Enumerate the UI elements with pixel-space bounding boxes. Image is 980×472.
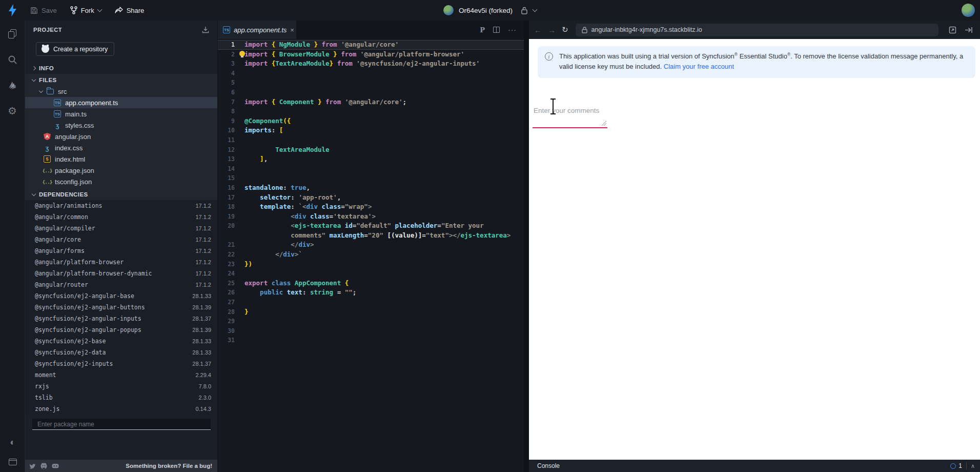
dependency-row[interactable]: @syncfusion/ej2-angular-popups28.1.39 (25, 324, 217, 336)
console-bar[interactable]: Console 1 ∧ (529, 460, 980, 472)
file-row[interactable]: src (25, 86, 217, 97)
dependency-row[interactable]: zone.js0.14.3 (25, 403, 217, 415)
dependency-row[interactable]: @angular/platform-browser17.1.2 (25, 257, 217, 268)
file-row[interactable]: 5index.html (25, 153, 217, 165)
quick-fix-lightbulb-icon[interactable] (239, 51, 245, 56)
code-line[interactable]: 11 (218, 135, 524, 145)
code-line[interactable]: 15 (218, 173, 524, 183)
dependency-row[interactable]: @syncfusion/ej2-angular-inputs28.1.37 (25, 313, 217, 324)
prettier-icon[interactable]: P (480, 26, 485, 34)
code-line[interactable]: 4 (218, 69, 524, 78)
code-line[interactable]: 20 <ejs-textarea id="default" placeholde… (218, 221, 524, 231)
code-line[interactable]: 19 <div class='textarea'> (218, 212, 524, 222)
file-row[interactable]: Aangular.json (25, 131, 217, 142)
dependency-row[interactable]: @angular/forms17.1.2 (25, 245, 217, 257)
project-title-group[interactable]: Or64ev5i (forked) (443, 5, 537, 15)
user-avatar[interactable] (962, 4, 975, 17)
github-icon[interactable] (40, 463, 47, 469)
code-line[interactable]: 29 (218, 317, 524, 326)
code-line[interactable]: 14 (218, 164, 524, 174)
code-line[interactable]: 28} (218, 307, 524, 317)
code-line[interactable]: 9@Component({ (218, 116, 524, 126)
fork-dropdown-chevron-icon[interactable] (97, 7, 102, 12)
code-line[interactable]: 5 (218, 78, 524, 88)
visibility-chevron-icon[interactable] (533, 7, 538, 12)
claim-account-link[interactable]: Claim your free account (664, 63, 734, 70)
fork-button[interactable]: Fork (70, 6, 101, 14)
split-editor-icon[interactable] (493, 27, 500, 33)
dependency-row[interactable]: moment2.29.4 (25, 369, 217, 381)
files-panel-icon[interactable] (6, 28, 18, 40)
dependency-row[interactable]: rxjs7.8.0 (25, 381, 217, 392)
expand-console-chevron-icon[interactable]: ∧ (971, 463, 975, 469)
stackblitz-bolt-icon[interactable] (8, 4, 17, 16)
code-line[interactable]: 7import { Component } from '@angular/cor… (218, 97, 524, 107)
code-line[interactable]: 18 template: `<div class="wrap"> (218, 202, 524, 212)
dependency-row[interactable]: @syncfusion/ej2-angular-base28.1.33 (25, 290, 217, 302)
more-actions-icon[interactable]: ··· (508, 26, 517, 34)
editor-preview-resize-handle[interactable] (524, 21, 529, 472)
file-row[interactable]: ʒindex.css (25, 142, 217, 153)
code-editor[interactable]: 1import { NgModule } from '@angular/core… (218, 39, 524, 472)
code-line[interactable]: 8 (218, 107, 524, 116)
code-line[interactable]: 21 </div> (218, 240, 524, 250)
code-line[interactable]: 10imports: [ (218, 126, 524, 135)
dependency-row[interactable]: @syncfusion/ej2-base28.1.33 (25, 336, 217, 347)
comments-textarea[interactable]: Enter your comments (533, 102, 607, 128)
code-line[interactable]: 3import {TextAreaModule} from '@syncfusi… (218, 59, 524, 69)
code-line[interactable]: 26 public text: string = ""; (218, 288, 524, 298)
code-line[interactable]: 16standalone: true, (218, 183, 524, 193)
dependency-row[interactable]: @angular/common17.1.2 (25, 211, 217, 223)
file-row[interactable]: {..}package.json (25, 165, 217, 176)
dependency-row[interactable]: @syncfusion/ej2-inputs28.1.37 (25, 358, 217, 369)
share-button[interactable]: Share (115, 7, 145, 14)
code-line[interactable]: 27 (218, 298, 524, 307)
open-in-new-window-icon[interactable] (949, 26, 956, 34)
dependency-row[interactable]: tslib2.3.0 (25, 392, 217, 403)
tab-app-component-ts[interactable]: TS app.component.ts × (218, 21, 296, 39)
settings-gear-icon[interactable]: ⚙ (6, 105, 18, 117)
close-preview-icon[interactable] (965, 27, 973, 33)
code-line[interactable]: 13 ], (218, 154, 524, 164)
dependency-row[interactable]: @angular/platform-browser-dynamic17.1.2 (25, 268, 217, 279)
unlock-icon[interactable] (521, 7, 528, 14)
code-line[interactable]: 17 selector: 'app-root', (218, 193, 524, 203)
back-icon[interactable]: ← (534, 26, 542, 34)
code-line[interactable]: 2import { BrowserModule } from '@angular… (218, 50, 524, 60)
search-icon[interactable] (6, 53, 18, 66)
dependency-row[interactable]: @angular/router17.1.2 (25, 279, 217, 290)
layout-panel-icon[interactable] (7, 456, 19, 468)
code-line[interactable]: 30 (218, 326, 524, 336)
section-dependencies[interactable]: DEPENDENCIES (25, 188, 217, 200)
code-line[interactable]: 6 (218, 88, 524, 97)
code-line[interactable]: 12 TextAreaModule (218, 145, 524, 155)
section-files[interactable]: FILES (25, 74, 217, 86)
code-line[interactable]: 24 (218, 269, 524, 279)
dependency-row[interactable]: @syncfusion/ej2-data28.1.33 (25, 347, 217, 358)
code-line[interactable]: 22 </div>` (218, 250, 524, 260)
discord-icon[interactable] (52, 463, 59, 469)
theme-contrast-icon[interactable]: ◐ (7, 436, 19, 448)
file-a-bug-link[interactable]: Something broken? File a bug! (126, 463, 212, 469)
reload-icon[interactable]: ↻ (562, 25, 568, 34)
code-line[interactable]: 31 (218, 336, 524, 345)
close-tab-icon[interactable]: × (290, 26, 294, 34)
file-row[interactable]: ʒstyles.css (25, 120, 217, 131)
file-row[interactable]: TSmain.ts (25, 108, 217, 120)
code-line[interactable]: comments" maxLength="20" [(value)]="text… (218, 231, 524, 241)
create-repository-button[interactable]: Create a repository (36, 42, 114, 56)
twitter-icon[interactable] (29, 463, 36, 469)
forward-icon[interactable]: → (548, 26, 556, 34)
deployments-icon[interactable] (6, 79, 18, 91)
download-project-icon[interactable] (202, 26, 209, 33)
textarea-resize-handle[interactable] (602, 121, 606, 126)
code-line[interactable]: 23}) (218, 260, 524, 269)
code-line[interactable]: 1import { NgModule } from '@angular/core… (218, 40, 524, 50)
url-bar[interactable]: angular-inbktg4r-xjmngu7s.stackblitz.io (576, 24, 938, 36)
dependency-row[interactable]: @angular/core17.1.2 (25, 234, 217, 245)
dependency-row[interactable]: @syncfusion/ej2-angular-buttons28.1.39 (25, 302, 217, 313)
dependency-row[interactable]: @angular/animations17.1.2 (25, 200, 217, 211)
save-button[interactable]: Save (30, 7, 57, 14)
package-search-input[interactable] (32, 419, 211, 430)
dependency-row[interactable]: @angular/compiler17.1.2 (25, 223, 217, 234)
